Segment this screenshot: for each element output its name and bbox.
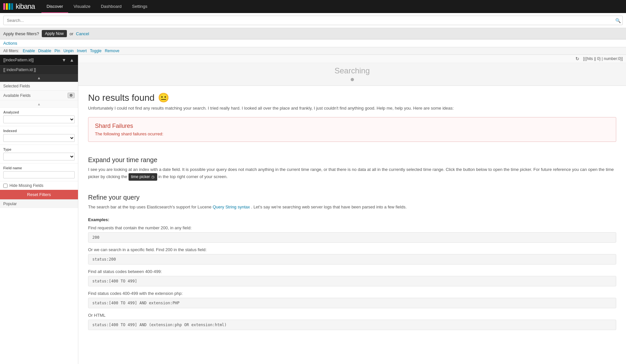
sidebar: [[indexPattern.id]] ▼ ▲ [[ indexPattern.…: [0, 55, 78, 364]
logo-block-4: [11, 3, 13, 10]
popular-label: Popular: [3, 202, 17, 206]
nav-discover[interactable]: Discover: [41, 0, 69, 13]
apply-now-button[interactable]: Apply Now: [42, 30, 67, 37]
nav-visualize[interactable]: Visualize: [68, 0, 96, 13]
no-results-emoji: 😐: [158, 92, 169, 103]
analyzed-filter-group: Analyzed Yes No: [0, 108, 78, 126]
hits-count: [{{hits || 0} | number:0}]: [583, 56, 623, 61]
filter-unpin[interactable]: Unpin: [62, 49, 74, 53]
all-filters-row: All filters: Enable Disable Pin Unpin In…: [0, 47, 626, 55]
example2-find-text: Or we can search in a specific field. Fi…: [88, 247, 616, 252]
search-input[interactable]: [3, 16, 623, 25]
time-picker-badge[interactable]: time picker ◷: [129, 173, 157, 181]
example5-code: status:[400 TO 499] AND (extension:php O…: [88, 320, 616, 330]
hide-missing-checkbox[interactable]: [3, 184, 8, 188]
indexed-select[interactable]: Yes No: [3, 134, 75, 142]
filter-enable[interactable]: Enable: [22, 49, 36, 53]
searching-text: Searching: [82, 66, 623, 75]
analyzed-select[interactable]: Yes No: [3, 115, 75, 123]
available-fields-settings-btn[interactable]: ⚙: [68, 93, 75, 98]
query-string-link[interactable]: Query String syntax: [213, 205, 250, 209]
popular-section: Popular: [0, 199, 78, 208]
cancel-link[interactable]: Cancel: [76, 31, 89, 36]
logo-blocks: [3, 3, 14, 10]
examples-label: Examples:: [88, 217, 616, 222]
example3-find-text: Find all status codes between 400-499:: [88, 269, 616, 274]
filter-invert[interactable]: Invert: [76, 49, 88, 53]
filter-toggle[interactable]: Toggle: [89, 49, 102, 53]
shard-failures-desc: The following shard failures ocurred:: [95, 131, 609, 136]
index-pattern-id: [[ indexPattern.id ]]: [3, 68, 36, 72]
available-fields-section: Available Fields ⚙: [0, 91, 78, 100]
reset-filters-button[interactable]: Reset Filters: [0, 190, 78, 199]
filter-pin[interactable]: Pin: [53, 49, 61, 53]
type-select[interactable]: string number date boolean: [3, 153, 75, 160]
main-layout: [[indexPattern.id]] ▼ ▲ [[ indexPattern.…: [0, 55, 626, 364]
refine-section: Refine your query The search bar at the …: [78, 194, 626, 341]
hide-missing-row: Hide Missing Fields: [0, 181, 78, 190]
example1-code: 200: [88, 232, 616, 243]
example2-code: status:200: [88, 254, 616, 265]
type-filter-group: Type string number date boolean: [0, 145, 78, 163]
example1-find-text: Find requests that contain the number 20…: [88, 225, 616, 230]
expand-desc-part2: in the top right corner of your screen.: [158, 174, 227, 179]
index-pattern-id-row: [[ indexPattern.id ]]: [0, 65, 78, 74]
logo-block-2: [6, 3, 8, 10]
time-picker-label: time picker: [131, 174, 150, 180]
apply-filters-text: Apply these filters?: [3, 31, 39, 36]
clock-icon: ◷: [151, 174, 155, 180]
example4-find-text: Find status codes 400-499 with the exten…: [88, 291, 616, 296]
chevron-up-small-icon: ▲: [37, 102, 41, 106]
fields-collapse-toggle[interactable]: ▲: [0, 100, 78, 108]
sidebar-header-icons: ▼ ▲: [61, 57, 75, 63]
spinner-container: [82, 77, 623, 82]
dropdown-icon-btn[interactable]: ▼: [61, 57, 67, 63]
collapse-toggle[interactable]: ▲: [0, 74, 78, 82]
spinner-dot: [351, 78, 354, 81]
expand-time-section: Expand your time range I see you are loo…: [78, 156, 626, 194]
nav-dashboard[interactable]: Dashboard: [96, 0, 127, 13]
all-filters-label: All filters:: [3, 49, 19, 53]
example5-find-text: Or HTML: [88, 313, 616, 318]
indexed-filter-group: Indexed Yes No: [0, 126, 78, 145]
nav-settings[interactable]: Settings: [127, 0, 153, 13]
collapse-icon-btn[interactable]: ▲: [69, 57, 75, 63]
analyzed-label: Analyzed: [3, 110, 75, 114]
refine-desc-part2: . Let's say we're searching web server l…: [251, 205, 407, 209]
search-button[interactable]: 🔍: [615, 18, 621, 23]
content-area: ↻ [{{hits || 0} | number:0}] Searching N…: [78, 55, 626, 364]
logo-text: kibana: [16, 2, 35, 11]
shard-failures-title: Shard Failures: [95, 123, 609, 129]
index-pattern-header: [[indexPattern.id]] ▼ ▲: [0, 55, 78, 65]
or-text: or: [69, 31, 73, 36]
selected-fields-label: Selected Fields: [3, 84, 30, 88]
shard-failures-box: Shard Failures The following shard failu…: [88, 117, 616, 142]
kibana-logo: kibana: [3, 2, 35, 11]
filter-remove[interactable]: Remove: [104, 49, 120, 53]
no-results-section: No results found 😐 Unfortunately I could…: [78, 86, 626, 156]
expand-time-heading: Expand your time range: [88, 156, 616, 164]
refine-heading: Refine your query: [88, 194, 616, 201]
search-wrapper: 🔍: [3, 16, 623, 25]
refine-desc-part1: The search bar at the top uses Elasticse…: [88, 205, 211, 209]
no-results-desc: Unfortunately I could not find any resul…: [88, 106, 616, 111]
actions-link[interactable]: Actions: [3, 41, 17, 46]
type-label: Type: [3, 147, 75, 151]
refresh-button[interactable]: ↻: [575, 56, 579, 61]
hits-row: ↻ [{{hits || 0} | number:0}]: [575, 56, 623, 61]
refine-desc: The search bar at the top uses Elasticse…: [88, 204, 616, 211]
top-status-row: ↻ [{{hits || 0} | number:0}]: [78, 55, 626, 63]
logo-block-1: [3, 3, 5, 10]
example3-code: status:[400 TO 499]: [88, 276, 616, 286]
logo-block-3: [8, 3, 10, 10]
chevron-up-icon: ▲: [37, 76, 41, 80]
field-name-filter-group: Field name: [0, 163, 78, 181]
no-results-text: No results found: [88, 93, 155, 103]
search-bar-container: 🔍: [0, 13, 626, 28]
field-name-label: Field name: [3, 166, 75, 170]
filter-disable[interactable]: Disable: [37, 49, 52, 53]
example4-code: status:[400 TO 499] AND extension:PHP: [88, 298, 616, 308]
top-navigation: kibana Discover Visualize Dashboard Sett…: [0, 0, 626, 13]
hide-missing-label: Hide Missing Fields: [9, 183, 43, 188]
field-name-input[interactable]: [3, 171, 75, 178]
